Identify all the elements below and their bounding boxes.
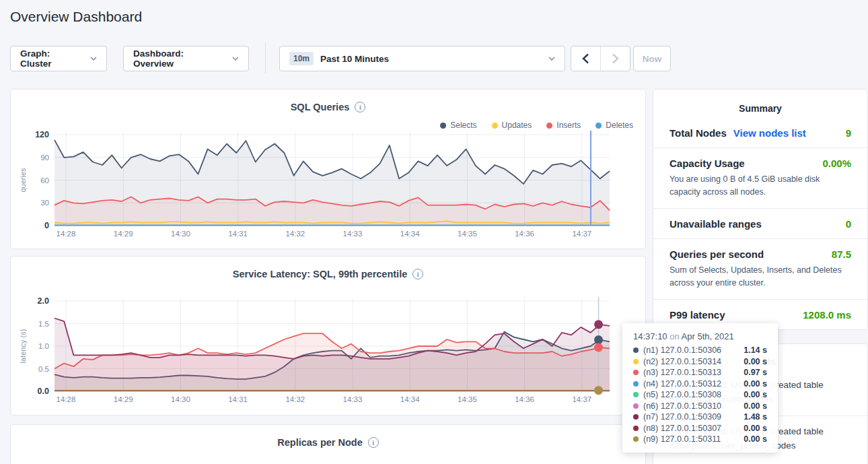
chevron-down-icon [90, 57, 97, 61]
svg-text:14:30: 14:30 [171, 230, 190, 238]
svg-text:0: 0 [44, 221, 49, 230]
service-latency-title: Service Latency: SQL, 99th percentile [233, 269, 408, 279]
svg-text:120: 120 [35, 130, 49, 139]
svg-text:queries: queries [19, 168, 27, 193]
sql-queries-chart[interactable]: 14:2814:2914:3014:3114:3214:3314:3414:35… [11, 129, 645, 244]
legend-dot [595, 123, 602, 129]
service-latency-chart[interactable]: 14:2814:2914:3014:3114:3214:3314:3414:35… [11, 293, 645, 410]
summary-metric: Unavailable ranges0 [653, 208, 867, 238]
node-address: (n8) 127.0.0.1:50307 [643, 424, 721, 433]
chart-hover-tooltip: 14:37:10 on Apr 5th, 2021 (n1) 127.0.0.1… [622, 323, 778, 453]
node-address: (n3) 127.0.0.1:50313 [643, 368, 721, 377]
info-icon[interactable]: i [355, 102, 365, 112]
node-latency-value: 1.48 s [744, 412, 767, 422]
legend-dot [546, 123, 552, 129]
node-latency-value: 0.00 s [744, 424, 767, 433]
info-icon[interactable]: i [412, 269, 423, 279]
node-color-dot [633, 392, 639, 397]
graph-dropdown[interactable]: Graph: Cluster [10, 46, 107, 71]
svg-text:latency (s): latency (s) [19, 329, 27, 364]
svg-text:0.5: 0.5 [38, 365, 49, 373]
summary-metric: Queries per second87.5Sum of Selects, Up… [653, 238, 867, 299]
node-address: (n1) 127.0.0.1:50306 [643, 345, 721, 355]
summary-title: Summary [653, 90, 867, 118]
node-address: (n7) 127.0.0.1:50309 [643, 412, 721, 422]
replicas-per-node-panel: Replicas per Node i [10, 424, 646, 464]
legend-dot [440, 123, 446, 129]
tooltip-node-row: (n6) 127.0.0.1:503100.00 s [633, 401, 767, 411]
metric-label: Unavailable ranges [670, 218, 762, 230]
toolbar-divider [265, 43, 266, 73]
info-icon[interactable]: i [368, 437, 379, 448]
dashboard-dropdown-label: Dashboard: Overview [133, 48, 225, 69]
metric-value: 9 [846, 127, 851, 139]
svg-text:30: 30 [40, 199, 49, 207]
time-range-badge: 10m [289, 52, 314, 65]
tooltip-node-row: (n9) 127.0.0.1:503110.00 s [633, 434, 767, 444]
node-latency-value: 0.00 s [744, 390, 767, 399]
tooltip-timestamp: 14:37:10 on Apr 5th, 2021 [633, 331, 767, 341]
svg-text:14:29: 14:29 [114, 395, 133, 403]
tooltip-node-row: (n7) 127.0.0.1:503091.48 s [633, 412, 767, 422]
svg-text:2.0: 2.0 [38, 296, 49, 306]
node-address: (n9) 127.0.0.1:50311 [643, 434, 721, 444]
metric-value: 87.5 [832, 248, 851, 260]
graph-dropdown-label: Graph: Cluster [20, 48, 83, 69]
node-address: (n2) 127.0.0.1:50314 [643, 357, 721, 366]
svg-text:14:36: 14:36 [515, 395, 534, 403]
next-time-button[interactable] [600, 46, 630, 71]
metric-label: P99 latency [670, 309, 725, 321]
tooltip-node-row: (n3) 127.0.0.1:503130.97 s [633, 368, 767, 377]
metric-value: 1208.0 ms [803, 309, 851, 321]
chevron-left-icon [582, 53, 589, 64]
svg-text:14:31: 14:31 [228, 230, 248, 238]
svg-text:14:33: 14:33 [343, 230, 363, 238]
svg-text:14:35: 14:35 [458, 395, 477, 403]
svg-text:14:32: 14:32 [285, 230, 305, 238]
tooltip-node-row: (n2) 127.0.0.1:503140.00 s [633, 357, 767, 366]
svg-text:14:36: 14:36 [515, 230, 534, 238]
sql-queries-panel: SQL Queries i SelectsUpdatesInsertsDelet… [10, 89, 646, 249]
node-color-dot [633, 403, 639, 409]
node-latency-value: 0.97 s [744, 368, 767, 377]
time-range-label: Past 10 Minutes [320, 54, 389, 64]
now-button[interactable]: Now [633, 46, 671, 71]
dashboard-dropdown[interactable]: Dashboard: Overview [123, 46, 249, 71]
tooltip-node-row: (n8) 127.0.0.1:503070.00 s [633, 424, 767, 433]
page-title: Overview Dashboard [10, 9, 142, 25]
tooltip-rows: (n1) 127.0.0.1:503061.14 s(n2) 127.0.0.1… [633, 345, 767, 444]
svg-text:14:37: 14:37 [572, 395, 591, 403]
legend-dot [492, 123, 498, 129]
node-color-dot [633, 381, 639, 387]
node-color-dot [633, 436, 639, 442]
svg-text:14:33: 14:33 [343, 395, 363, 403]
svg-text:14:34: 14:34 [400, 230, 420, 238]
metric-label: Queries per second [670, 248, 764, 260]
metric-label: Capacity Usage [670, 158, 745, 169]
replicas-per-node-title: Replicas per Node [277, 437, 363, 448]
node-color-dot [633, 414, 639, 420]
node-latency-value: 1.14 s [744, 345, 767, 355]
svg-text:14:30: 14:30 [171, 395, 190, 403]
svg-text:14:28: 14:28 [57, 230, 76, 238]
node-latency-value: 0.00 s [744, 379, 767, 389]
svg-text:14:34: 14:34 [400, 395, 420, 403]
svg-text:14:31: 14:31 [228, 395, 248, 403]
summary-metrics: Total NodesView nodes list9Capacity Usag… [653, 118, 867, 329]
prev-time-button[interactable] [571, 46, 600, 71]
svg-text:1.5: 1.5 [38, 320, 49, 328]
svg-text:14:32: 14:32 [285, 395, 305, 403]
view-nodes-list-link[interactable]: View nodes list [733, 127, 806, 139]
svg-text:14:35: 14:35 [458, 230, 477, 238]
summary-panel: Summary Total NodesView nodes list9Capac… [653, 89, 868, 330]
node-color-dot [633, 426, 639, 431]
now-button-label: Now [643, 54, 662, 64]
metric-value: 0 [846, 218, 851, 230]
svg-text:14:29: 14:29 [114, 230, 133, 238]
metric-label: Total Nodes [670, 127, 727, 139]
node-latency-value: 0.00 s [744, 357, 767, 366]
metric-value: 0.00% [822, 158, 851, 169]
chevron-down-icon [548, 57, 555, 61]
svg-text:90: 90 [40, 154, 49, 162]
time-range-dropdown[interactable]: 10m Past 10 Minutes [279, 46, 565, 71]
